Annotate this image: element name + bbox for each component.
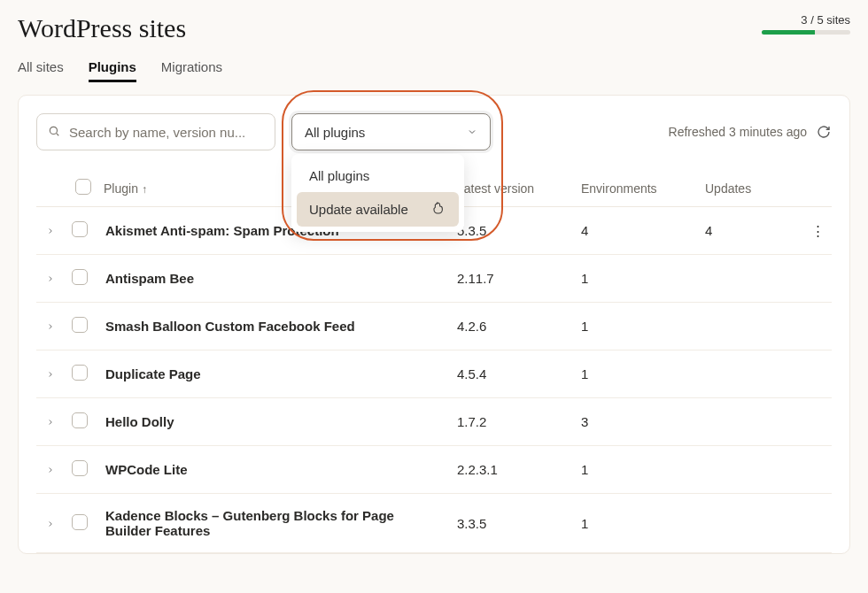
table-row: Antispam Bee2.11.71	[36, 255, 832, 303]
dropdown-item-all-plugins[interactable]: All plugins	[297, 159, 459, 192]
filter-dropdown: All plugins Update available	[291, 154, 464, 232]
tab-all-sites[interactable]: All sites	[18, 59, 64, 82]
site-quota: 3 / 5 sites	[762, 13, 850, 35]
plugin-version: 3.3.5	[450, 494, 574, 553]
plugin-version: 5.3.5	[450, 207, 574, 255]
plugin-version: 2.2.3.1	[450, 446, 574, 494]
expand-row-chevron[interactable]	[36, 494, 65, 553]
plugin-environments: 1	[574, 494, 698, 553]
plugin-name: Duplicate Page	[98, 350, 450, 398]
plugin-version: 1.7.2	[450, 398, 574, 446]
plugin-version: 4.5.4	[450, 350, 574, 398]
search-input[interactable]	[67, 124, 264, 141]
plugin-environments: 4	[574, 207, 698, 255]
expand-row-chevron[interactable]	[36, 398, 65, 446]
plugin-environments: 1	[574, 350, 698, 398]
col-updates[interactable]: Updates	[698, 170, 804, 207]
plugin-environments: 1	[574, 446, 698, 494]
row-checkbox[interactable]	[72, 514, 88, 530]
expand-row-chevron[interactable]	[36, 255, 65, 303]
plugin-environments: 1	[574, 255, 698, 303]
plugin-name: Antispam Bee	[98, 255, 450, 303]
plugin-updates	[698, 350, 804, 398]
row-checkbox[interactable]	[72, 269, 88, 285]
plugin-version: 2.11.7	[450, 255, 574, 303]
dropdown-item-label: Update available	[309, 202, 408, 217]
plugin-environments: 3	[574, 398, 698, 446]
expand-row-chevron[interactable]	[36, 446, 65, 494]
col-plugin[interactable]: Plugin	[104, 181, 138, 196]
site-quota-bar	[762, 30, 850, 35]
page-title: WordPress sites	[18, 13, 186, 43]
tab-migrations[interactable]: Migrations	[161, 59, 222, 82]
plugin-name: Kadence Blocks – Gutenberg Blocks for Pa…	[98, 494, 450, 553]
expand-row-chevron[interactable]	[36, 350, 65, 398]
plugin-updates	[698, 494, 804, 553]
tab-plugins[interactable]: Plugins	[89, 59, 136, 82]
sort-asc-icon: ↑	[142, 183, 147, 196]
expand-row-chevron[interactable]	[36, 207, 65, 255]
toolbar: All plugins All plugins Update available…	[36, 113, 832, 150]
plugins-panel: All plugins All plugins Update available…	[18, 95, 850, 554]
svg-point-0	[50, 127, 57, 134]
plugin-name: WPCode Lite	[98, 446, 450, 494]
col-latest-version[interactable]: Latest version	[450, 170, 574, 207]
filter-select-value: All plugins	[305, 125, 365, 140]
table-row: Smash Balloon Custom Facebook Feed4.2.61	[36, 303, 832, 350]
table-row: Kadence Blocks – Gutenberg Blocks for Pa…	[36, 494, 832, 553]
filter-select[interactable]: All plugins	[291, 113, 491, 150]
chevron-down-icon	[467, 125, 477, 140]
plugin-updates	[698, 303, 804, 350]
row-checkbox[interactable]	[72, 412, 88, 428]
tabs: All sites Plugins Migrations	[18, 59, 850, 82]
plugin-updates: 4	[698, 207, 804, 255]
col-environments[interactable]: Environments	[574, 170, 698, 207]
expand-row-chevron[interactable]	[36, 303, 65, 350]
row-checkbox[interactable]	[72, 221, 88, 237]
plugin-updates	[698, 255, 804, 303]
plugin-environments: 1	[574, 303, 698, 350]
row-checkbox[interactable]	[72, 460, 88, 476]
site-quota-text: 3 / 5 sites	[762, 13, 850, 27]
plugin-updates	[698, 398, 804, 446]
plugin-name: Smash Balloon Custom Facebook Feed	[98, 303, 450, 350]
table-row: WPCode Lite2.2.3.11	[36, 446, 832, 494]
row-checkbox[interactable]	[72, 317, 88, 333]
select-all-checkbox[interactable]	[75, 179, 91, 195]
plugin-version: 4.2.6	[450, 303, 574, 350]
row-actions-menu[interactable]: ⋮	[811, 223, 825, 238]
table-row: Hello Dolly1.7.23	[36, 398, 832, 446]
dropdown-item-update-available[interactable]: Update available	[297, 192, 459, 227]
search-input-wrap[interactable]	[36, 113, 275, 150]
refresh-button[interactable]	[816, 124, 832, 140]
refreshed-text: Refreshed 3 minutes ago	[669, 125, 807, 139]
cursor-icon	[432, 201, 446, 218]
plugin-name: Hello Dolly	[98, 398, 450, 446]
row-checkbox[interactable]	[72, 365, 88, 381]
svg-line-1	[57, 133, 59, 135]
table-row: Duplicate Page4.5.41	[36, 350, 832, 398]
search-icon	[48, 125, 60, 140]
plugin-updates	[698, 446, 804, 494]
